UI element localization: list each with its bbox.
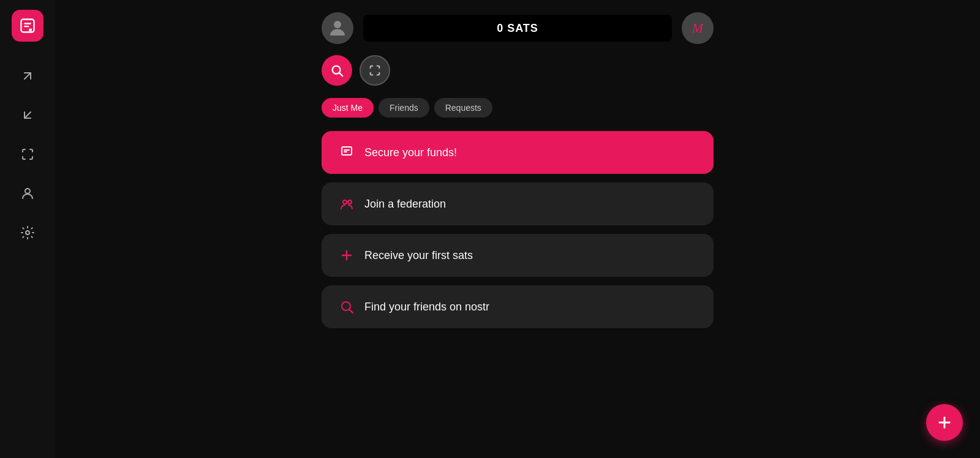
tab-just-me[interactable]: Just Me — [322, 98, 374, 118]
search-action-button[interactable] — [322, 55, 352, 86]
plus-icon — [339, 247, 355, 263]
svg-point-13 — [343, 200, 347, 204]
svg-point-6 — [26, 231, 29, 235]
scan-action-button[interactable] — [360, 55, 390, 86]
find-friends-label: Find your friends on nostr — [364, 301, 489, 313]
svg-line-3 — [24, 73, 31, 79]
svg-line-9 — [339, 73, 342, 76]
profile-icon[interactable] — [17, 182, 39, 205]
svg-line-18 — [350, 310, 353, 313]
app-logo[interactable] — [12, 10, 43, 42]
user-initial-avatar[interactable]: M — [682, 12, 714, 44]
fab-button[interactable] — [926, 404, 963, 441]
main-content: 0 SATS M Just Me Friends Requests — [55, 0, 980, 458]
svg-rect-1 — [24, 23, 31, 24]
search-nostr-icon — [339, 299, 355, 315]
svg-rect-10 — [342, 147, 352, 155]
secure-funds-label: Secure your funds! — [364, 146, 457, 159]
shield-icon — [339, 145, 355, 160]
svg-point-14 — [348, 200, 352, 204]
join-federation-label: Join a federation — [364, 198, 446, 211]
top-bar: 0 SATS M — [322, 12, 714, 44]
scan-icon[interactable] — [17, 143, 39, 165]
receive-sats-label: Receive your first sats — [364, 249, 473, 262]
tab-friends[interactable]: Friends — [379, 98, 429, 118]
svg-rect-2 — [24, 26, 29, 27]
user-avatar-empty[interactable] — [322, 12, 353, 44]
svg-point-7 — [334, 21, 341, 28]
receive-arrow-icon[interactable] — [17, 104, 39, 126]
federation-icon — [339, 196, 355, 212]
join-federation-card[interactable]: Join a federation — [322, 182, 714, 225]
receive-sats-card[interactable]: Receive your first sats — [322, 234, 714, 277]
cards-container: Secure your funds! Join a federation — [322, 131, 714, 328]
tabs-row: Just Me Friends Requests — [322, 98, 714, 118]
svg-point-5 — [25, 189, 30, 193]
settings-icon[interactable] — [17, 222, 39, 244]
svg-line-4 — [24, 112, 31, 118]
balance-value: 0 SATS — [497, 22, 538, 35]
balance-display: 0 SATS — [363, 15, 672, 42]
send-arrow-icon[interactable] — [17, 65, 39, 87]
sidebar — [0, 0, 55, 458]
secure-funds-card[interactable]: Secure your funds! — [322, 131, 714, 174]
find-friends-card[interactable]: Find your friends on nostr — [322, 285, 714, 328]
tab-requests[interactable]: Requests — [434, 98, 492, 118]
action-icons-row — [322, 55, 714, 86]
